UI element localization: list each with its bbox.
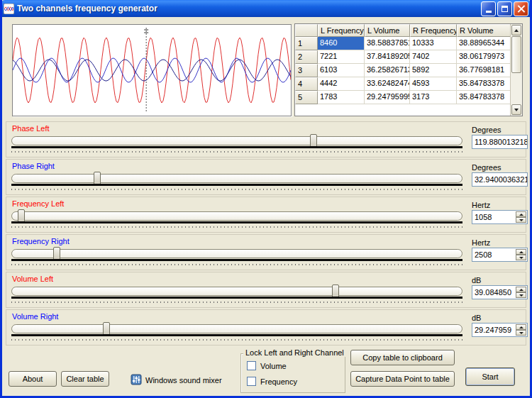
lock-channels-groupbox: Lock Left and Right Channel Volume Frequ… [240, 353, 345, 393]
phase-left-slider[interactable] [11, 136, 462, 145]
arrow-down-icon [519, 219, 523, 221]
volume-right-value-field[interactable]: 29.247959 [472, 323, 528, 337]
frequency-left-spin-down[interactable] [516, 217, 526, 223]
start-button[interactable]: Start [465, 367, 515, 386]
titlebar[interactable]: Two channels frequency generator [0, 0, 532, 17]
arrow-up-icon [519, 326, 523, 328]
volume-left-section: Volume Left dB 39.084850 [6, 272, 526, 308]
frequency-right-spin-down[interactable] [516, 255, 526, 260]
volume-right-slider[interactable] [11, 324, 462, 333]
cell-r-frequency[interactable]: 4593 [410, 77, 457, 91]
arrow-up-icon [519, 251, 523, 253]
lock-volume-label: Volume [260, 362, 287, 370]
volume-right-spin-up[interactable] [516, 324, 526, 330]
maximize-icon [501, 6, 508, 12]
cell-l-volume[interactable]: 36.25826713 [365, 64, 410, 77]
cell-r-volume[interactable]: 38.88965344 [457, 37, 511, 50]
volume-right-spinner [516, 324, 526, 336]
maximize-button[interactable] [497, 1, 512, 16]
col-header-l-frequency[interactable]: L Frequency [318, 24, 365, 37]
lock-channels-title: Lock Left and Right Channel [243, 348, 346, 357]
cell-r-frequency[interactable]: 5892 [410, 64, 457, 77]
arrow-down-icon [514, 109, 519, 111]
frequency-left-slider-ticks [11, 226, 462, 228]
col-header-r-frequency[interactable]: R Frequency [410, 24, 457, 37]
phase-left-section: Phase Left Degrees 119.880013218 [6, 121, 526, 157]
row-number: 1 [295, 37, 318, 50]
volume-right-slider-ticks [11, 339, 462, 341]
phase-left-unit-label: Degrees [472, 126, 501, 134]
table-row: 3 6103 36.25826713 5892 36.77698181 [295, 64, 522, 77]
clear-table-button[interactable]: Clear table [61, 371, 109, 387]
phase-right-slider-ticks [11, 189, 462, 190]
frequency-right-slider[interactable] [11, 249, 462, 258]
col-header-l-volume[interactable]: L Volume [365, 24, 410, 37]
volume-right-unit-label: dB [472, 314, 481, 322]
cell-l-frequency[interactable]: 4442 [318, 77, 365, 91]
frequency-right-spin-up[interactable] [516, 249, 526, 255]
frequency-left-value-field[interactable]: 1058 [472, 210, 528, 224]
volume-left-value-field[interactable]: 39.084850 [472, 285, 528, 299]
about-button[interactable]: About [9, 371, 57, 387]
waveform-display [12, 24, 292, 116]
volume-left-slider[interactable] [11, 287, 462, 296]
cell-r-volume[interactable]: 35.84783378 [457, 91, 511, 104]
lock-volume-checkbox[interactable] [247, 361, 256, 370]
phase-right-slider[interactable] [11, 174, 462, 183]
cell-r-frequency[interactable]: 3173 [410, 91, 457, 104]
cell-l-volume[interactable]: 38.58837851 [365, 37, 410, 50]
lock-volume-row: Volume [247, 361, 287, 370]
row-number: 2 [295, 50, 318, 64]
frequency-left-slider[interactable] [11, 211, 462, 221]
row-number: 3 [295, 64, 318, 77]
phase-right-label: Phase Right [12, 162, 55, 170]
scrollbar-thumb[interactable] [511, 36, 521, 73]
frequency-right-value-field[interactable]: 2508 [472, 248, 528, 262]
capture-data-point-button[interactable]: Capture Data Point to table [350, 371, 455, 387]
cell-r-volume[interactable]: 38.06179973 [457, 50, 511, 64]
volume-left-spin-up[interactable] [516, 287, 526, 292]
cell-l-volume[interactable]: 37.84189205 [365, 50, 410, 64]
frequency-left-spinner [516, 211, 526, 223]
copy-table-button[interactable]: Copy table to clipboard [350, 350, 455, 365]
scroll-down-button[interactable] [511, 104, 521, 115]
window-controls [480, 1, 528, 16]
cell-l-frequency[interactable]: 6103 [318, 64, 365, 77]
minimize-icon [486, 11, 492, 13]
lock-frequency-checkbox[interactable] [247, 377, 256, 386]
col-header-r-volume[interactable]: R Volume [457, 24, 511, 37]
scroll-up-button[interactable] [511, 25, 521, 35]
phase-right-unit-label: Degrees [472, 163, 501, 172]
cell-r-volume[interactable]: 36.77698181 [457, 64, 511, 77]
cell-l-frequency-selected[interactable]: 8460 [318, 37, 365, 50]
cell-r-volume[interactable]: 35.84783378 [457, 77, 511, 91]
cell-l-volume[interactable]: 29.24795995 [365, 91, 410, 104]
app-icon [4, 4, 14, 14]
frequency-left-value: 1058 [475, 213, 492, 221]
arrow-down-icon [519, 332, 523, 334]
frequency-left-unit-label: Hertz [472, 201, 490, 209]
cell-l-volume[interactable]: 33.62482474 [365, 77, 410, 91]
volume-left-value: 39.084850 [475, 288, 511, 297]
phase-left-value-field[interactable]: 119.880013218 [472, 135, 528, 149]
frequency-left-spin-up[interactable] [516, 211, 526, 217]
volume-left-spin-down[interactable] [516, 292, 526, 298]
cell-l-frequency[interactable]: 7221 [318, 50, 365, 64]
window-title: Two channels frequency generator [17, 4, 480, 13]
volume-left-slider-ticks [11, 302, 462, 303]
sound-mixer-icon[interactable] [131, 374, 142, 385]
cell-r-frequency[interactable]: 7402 [410, 50, 457, 64]
phase-right-value-field[interactable]: 32.9400036321 [472, 172, 528, 187]
volume-right-slider-channel [11, 334, 462, 336]
minimize-button[interactable] [481, 1, 496, 16]
phase-left-slider-ticks [11, 151, 462, 153]
table-row: 1 8460 38.58837851 10333 38.88965344 [295, 37, 522, 50]
frequency-right-label: Frequency Right [12, 237, 70, 245]
table-scrollbar[interactable] [510, 24, 522, 116]
volume-left-slider-channel [11, 297, 462, 299]
volume-right-spin-down[interactable] [516, 330, 526, 336]
sound-mixer-label[interactable]: Windows sound mixer [145, 376, 222, 385]
cell-r-frequency[interactable]: 10333 [410, 37, 457, 50]
close-button[interactable] [514, 1, 528, 16]
cell-l-frequency[interactable]: 1783 [318, 91, 365, 104]
